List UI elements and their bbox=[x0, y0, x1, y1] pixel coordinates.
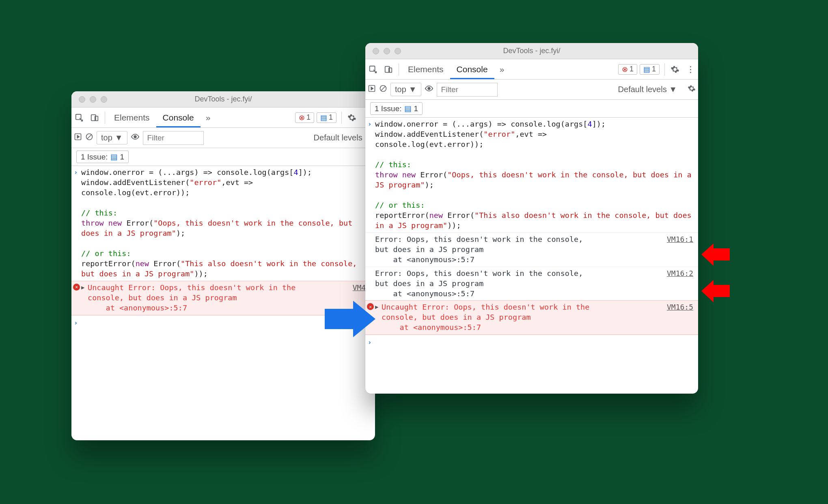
log-levels-selector[interactable]: Default levels ▼ bbox=[618, 85, 677, 94]
console-error-entry[interactable]: ✕ ▶ VM16:5 Uncaught Error: Oops, this do… bbox=[365, 300, 698, 335]
console-settings-icon[interactable] bbox=[688, 84, 696, 95]
tab-console[interactable]: Console bbox=[156, 108, 201, 127]
filter-input[interactable] bbox=[437, 83, 498, 97]
context-selector[interactable]: top ▼ bbox=[390, 83, 421, 96]
separator bbox=[664, 63, 665, 75]
source-link[interactable]: VM16:1 bbox=[667, 235, 693, 244]
code-block: window.onerror = (...args) => console.lo… bbox=[375, 119, 693, 231]
log-message: Error: Oops, this doesn't work in the co… bbox=[375, 235, 693, 265]
issues-chip[interactable]: 1 Issue: ▤ 1 bbox=[370, 102, 423, 115]
separator bbox=[105, 112, 105, 124]
devtools-window-before: DevTools - jec.fyi/ Elements Console » ⊗… bbox=[71, 91, 375, 440]
gear-icon[interactable] bbox=[344, 110, 360, 125]
svg-marker-13 bbox=[701, 243, 730, 266]
issues-chip[interactable]: 1 Issue: ▤ 1 bbox=[76, 151, 129, 163]
annotation-arrow-left-icon bbox=[701, 243, 730, 266]
svg-point-5 bbox=[134, 136, 136, 138]
devtools-tabbar: Elements Console » ⊗1 ▤1 ⋮ bbox=[365, 59, 698, 80]
inspect-element-icon[interactable] bbox=[71, 110, 87, 125]
chevron-down-icon: ▼ bbox=[409, 85, 417, 94]
traffic-lights[interactable] bbox=[365, 48, 401, 54]
annotation-arrow-right-icon bbox=[325, 299, 377, 339]
console-input-entry[interactable]: › window.onerror = (...args) => console.… bbox=[71, 166, 375, 281]
message-icon: ▤ bbox=[110, 152, 118, 162]
minimize-dot[interactable] bbox=[90, 96, 96, 103]
chevron-down-icon: ▼ bbox=[115, 133, 123, 142]
tab-elements[interactable]: Elements bbox=[401, 59, 450, 79]
chevron-right-icon: › bbox=[368, 338, 372, 347]
chevron-right-icon: › bbox=[368, 120, 372, 129]
device-toggle-icon[interactable] bbox=[381, 62, 396, 77]
device-toggle-icon[interactable] bbox=[87, 110, 102, 125]
console-output: › window.onerror = (...args) => console.… bbox=[365, 118, 698, 394]
message-icon: ▤ bbox=[404, 104, 412, 113]
context-selector[interactable]: top ▼ bbox=[97, 131, 127, 144]
annotation-arrow-left-icon bbox=[701, 280, 730, 302]
separator bbox=[399, 63, 399, 75]
close-dot[interactable] bbox=[79, 96, 85, 103]
log-levels-selector[interactable]: Default levels ▼ bbox=[314, 133, 373, 142]
devtools-window-after: DevTools - jec.fyi/ Elements Console » ⊗… bbox=[365, 43, 698, 394]
svg-marker-12 bbox=[325, 301, 375, 337]
issues-bar: 1 Issue: ▤ 1 bbox=[71, 148, 375, 166]
source-link[interactable]: VM16:5 bbox=[667, 302, 693, 312]
tab-elements[interactable]: Elements bbox=[108, 108, 156, 127]
console-log-entry[interactable]: VM16:2 Error: Oops, this doesn't work in… bbox=[365, 267, 698, 301]
message-icon: ▤ bbox=[320, 113, 327, 122]
play-icon[interactable] bbox=[368, 84, 376, 95]
kebab-menu-icon[interactable]: ⋮ bbox=[683, 62, 698, 77]
error-icon: ⊗ bbox=[622, 65, 628, 74]
message-icon: ▤ bbox=[643, 65, 650, 74]
console-input-entry[interactable]: › window.onerror = (...args) => console.… bbox=[365, 118, 698, 233]
tab-console[interactable]: Console bbox=[450, 59, 494, 79]
console-log-entry[interactable]: VM16:1 Error: Oops, this doesn't work in… bbox=[365, 233, 698, 267]
close-dot[interactable] bbox=[373, 48, 379, 54]
window-titlebar[interactable]: DevTools - jec.fyi/ bbox=[365, 43, 698, 59]
window-title: DevTools - jec.fyi/ bbox=[365, 47, 698, 55]
more-tabs-icon[interactable]: » bbox=[201, 110, 216, 125]
svg-point-11 bbox=[428, 87, 430, 90]
chevron-right-icon: › bbox=[74, 168, 78, 177]
errors-badge[interactable]: ⊗1 bbox=[618, 64, 637, 75]
error-icon: ✕ bbox=[73, 284, 80, 291]
window-titlebar[interactable]: DevTools - jec.fyi/ bbox=[71, 91, 375, 108]
error-icon: ⊗ bbox=[299, 113, 305, 122]
play-icon[interactable] bbox=[74, 133, 82, 143]
zoom-dot[interactable] bbox=[395, 48, 401, 54]
issues-bar: 1 Issue: ▤ 1 bbox=[365, 100, 698, 118]
chevron-right-icon: › bbox=[74, 319, 78, 327]
console-toolbar: top ▼ Default levels ▼ bbox=[365, 80, 698, 100]
separator bbox=[341, 112, 342, 124]
error-message: Uncaught Error: Oops, this doesn't work … bbox=[375, 302, 693, 333]
minimize-dot[interactable] bbox=[384, 48, 390, 54]
filter-input[interactable] bbox=[143, 131, 204, 145]
clear-console-icon[interactable] bbox=[379, 84, 387, 95]
live-expression-icon[interactable] bbox=[425, 84, 433, 95]
errors-badge[interactable]: ⊗1 bbox=[295, 112, 314, 123]
svg-marker-14 bbox=[701, 280, 730, 302]
traffic-lights[interactable] bbox=[71, 96, 107, 103]
console-prompt[interactable]: › bbox=[365, 335, 698, 340]
gear-icon[interactable] bbox=[667, 62, 683, 77]
messages-badge[interactable]: ▤1 bbox=[640, 64, 660, 75]
console-toolbar: top ▼ Default levels ▼ bbox=[71, 128, 375, 148]
code-block: window.onerror = (...args) => console.lo… bbox=[81, 168, 370, 279]
source-link[interactable]: VM16:2 bbox=[667, 269, 693, 278]
disclosure-triangle-icon[interactable]: ▶ bbox=[81, 284, 84, 291]
live-expression-icon[interactable] bbox=[131, 132, 140, 143]
inspect-element-icon[interactable] bbox=[365, 62, 381, 77]
clear-console-icon[interactable] bbox=[85, 133, 93, 143]
log-message: Error: Oops, this doesn't work in the co… bbox=[375, 269, 693, 299]
devtools-tabbar: Elements Console » ⊗1 ▤1 ⋮ bbox=[71, 108, 375, 128]
more-tabs-icon[interactable]: » bbox=[494, 62, 510, 77]
window-title: DevTools - jec.fyi/ bbox=[71, 95, 375, 103]
zoom-dot[interactable] bbox=[101, 96, 107, 103]
messages-badge[interactable]: ▤1 bbox=[317, 112, 336, 123]
